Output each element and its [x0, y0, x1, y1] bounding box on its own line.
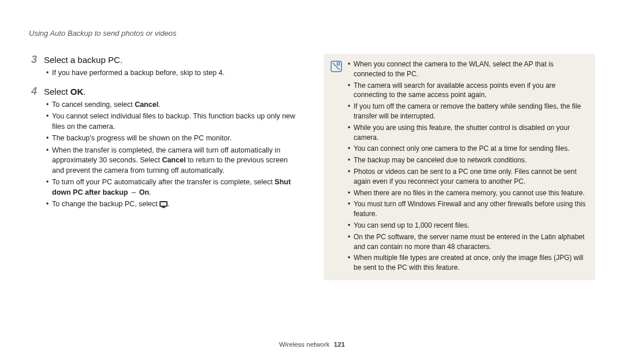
step-3-title: Select a backup PC. — [44, 55, 122, 65]
manual-page: Using Auto Backup to send photos or vide… — [0, 0, 624, 364]
step-4-i3-bold: Cancel — [162, 156, 185, 164]
note-list: When you connect the camera to the WLAN,… — [348, 60, 587, 274]
step-4-i5-post: . — [168, 200, 169, 208]
note-item-2: If you turn off the camera or remove the… — [348, 102, 587, 121]
monitor-icon — [159, 200, 168, 208]
step-4-title-bold: OK — [70, 87, 84, 96]
step-4-i5-pre: To change the backup PC, select — [52, 200, 159, 208]
step-4: 4 Select OK. To cancel sending, select C… — [29, 86, 300, 210]
step-4-head: 4 Select OK. — [29, 86, 300, 98]
content-columns: 3 Select a backup PC. If you have perfor… — [29, 54, 595, 280]
step-4-item-2: The backup's progress will be shown on t… — [46, 133, 300, 144]
step-4-title-post: . — [83, 87, 86, 96]
step-4-i0-pre: To cancel sending, select — [52, 101, 135, 109]
note-item-4: You can connect only one camera to the P… — [348, 144, 587, 154]
step-3: 3 Select a backup PC. If you have perfor… — [29, 54, 300, 79]
step-4-i0-post: . — [158, 101, 160, 109]
step-4-item-0: To cancel sending, select Cancel. — [46, 100, 300, 110]
svg-rect-6 — [337, 63, 340, 65]
note-item-8: You must turn off Windows Firewall and a… — [348, 199, 587, 219]
step-4-title: Select OK. — [44, 87, 86, 96]
svg-rect-3 — [162, 207, 166, 208]
step-4-i4-post: . — [149, 188, 151, 196]
left-column: 3 Select a backup PC. If you have perfor… — [29, 54, 300, 280]
note-item-1: The camera will search for available acc… — [348, 81, 587, 101]
note-item-9: You can send up to 1,000 recent files. — [348, 221, 587, 231]
note-item-3: While you are using this feature, the sh… — [348, 123, 587, 143]
note-item-6: Photos or videos can be sent to a PC one… — [348, 167, 587, 187]
note-info-icon — [330, 61, 342, 72]
note-item-10: On the PC software, the server name must… — [348, 232, 587, 252]
info-note-box: When you connect the camera to the WLAN,… — [324, 54, 595, 280]
step-4-item-3: When the transfer is completed, the came… — [46, 146, 300, 176]
step-4-i0-bold: Cancel — [135, 101, 158, 109]
svg-line-5 — [333, 63, 340, 70]
step-3-number: 3 — [29, 54, 39, 66]
right-column: When you connect the camera to the WLAN,… — [324, 54, 595, 280]
footer-section-label: Wireless network — [279, 341, 330, 348]
page-header-title: Using Auto Backup to send photos or vide… — [29, 29, 595, 38]
step-3-bullets: If you have performed a backup before, s… — [29, 68, 300, 79]
footer-page-number: 121 — [334, 341, 345, 348]
note-item-11: When multiple file types are created at … — [348, 253, 587, 273]
step-3-item-0: If you have performed a backup before, s… — [46, 68, 300, 79]
page-footer: Wireless network 121 — [0, 341, 624, 348]
step-4-bullets: To cancel sending, select Cancel. You ca… — [29, 100, 300, 210]
svg-rect-1 — [161, 202, 166, 206]
step-4-item-1: You cannot select individual files to ba… — [46, 112, 300, 132]
note-item-0: When you connect the camera to the WLAN,… — [348, 60, 587, 79]
step-4-item-5: To change the backup PC, select . — [46, 199, 300, 210]
step-4-item-4: To turn off your PC automatically after … — [46, 177, 300, 198]
step-4-number: 4 — [29, 86, 39, 98]
step-4-i4-pre: To turn off your PC automatically after … — [52, 178, 274, 186]
note-item-7: When there are no files in the camera me… — [348, 188, 587, 198]
step-4-title-pre: Select — [44, 87, 70, 96]
step-3-head: 3 Select a backup PC. — [29, 54, 300, 66]
note-item-5: The backup may be canceled due to networ… — [348, 155, 587, 165]
